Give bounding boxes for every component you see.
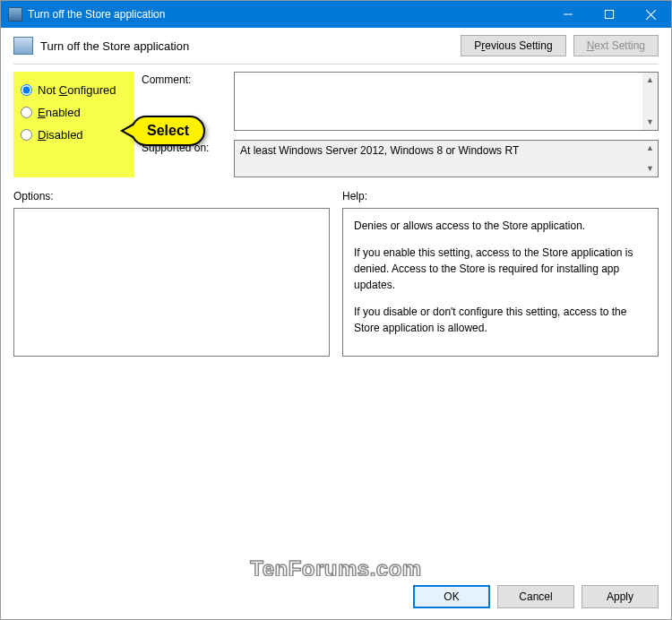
apply-button[interactable]: Apply (582, 585, 659, 608)
radio-enabled-input[interactable] (21, 107, 32, 118)
radio-not-configured[interactable]: Not Configured (17, 79, 131, 101)
lower-area: Options: Help: Denies or allows access t… (1, 177, 671, 357)
radio-disabled-input[interactable] (21, 129, 32, 141)
window-controls (547, 1, 671, 28)
policy-title: Turn off the Store application (40, 39, 453, 53)
help-panel: Denies or allows access to the Store app… (342, 208, 659, 357)
window-title: Turn off the Store application (28, 8, 547, 21)
upper-area: Not Configured Enabled Disabled Comment:… (1, 68, 671, 177)
help-paragraph: If you enable this setting, access to th… (354, 245, 647, 293)
divider (13, 64, 659, 65)
policy-icon (13, 37, 33, 55)
ok-button[interactable]: OK (413, 585, 490, 608)
help-label: Help: (342, 190, 659, 202)
maximize-button[interactable] (589, 1, 630, 28)
comment-textbox[interactable]: ▲▼ (234, 72, 659, 131)
help-paragraph: Denies or allows access to the Store app… (354, 218, 647, 234)
help-paragraph: If you disable or don't configure this s… (354, 304, 647, 336)
comment-row: Comment: ▲▼ (142, 72, 659, 131)
scroll-up-icon: ▲ (642, 141, 658, 156)
state-radio-group: Not Configured Enabled Disabled (13, 72, 134, 177)
options-panel (13, 208, 330, 357)
comment-scroll[interactable]: ▲▼ (642, 73, 658, 130)
close-button[interactable] (630, 1, 671, 28)
supported-row: Supported on: At least Windows Server 20… (142, 140, 659, 177)
scroll-down-icon[interactable]: ▼ (642, 115, 658, 130)
options-column: Options: (13, 190, 330, 357)
help-column: Help: Denies or allows access to the Sto… (342, 190, 659, 357)
radio-enabled[interactable]: Enabled (17, 101, 131, 124)
toolbar: Turn off the Store application Previous … (1, 28, 671, 60)
previous-setting-button[interactable]: Previous Setting (461, 35, 565, 56)
footer: OK Cancel Apply (1, 576, 671, 619)
svg-rect-1 (606, 11, 614, 19)
window-icon (8, 7, 22, 22)
radio-disabled[interactable]: Disabled (17, 124, 131, 146)
annotation-bubble: Select (131, 116, 205, 146)
annotation-callout: Select (131, 116, 205, 146)
scroll-up-icon[interactable]: ▲ (642, 73, 658, 88)
supported-scroll: ▲▼ (642, 141, 658, 177)
supported-value: At least Windows Server 2012, Windows 8 … (240, 144, 519, 157)
supported-textbox: At least Windows Server 2012, Windows 8 … (234, 140, 659, 177)
scroll-down-icon: ▼ (642, 161, 658, 177)
next-setting-button[interactable]: Next Setting (573, 35, 659, 56)
minimize-button[interactable] (547, 1, 589, 28)
cancel-button[interactable]: Cancel (497, 585, 574, 608)
fields-area: Comment: ▲▼ Supported on: At least Windo… (142, 72, 659, 177)
options-label: Options: (13, 190, 330, 202)
titlebar: Turn off the Store application (1, 1, 671, 28)
radio-not-configured-input[interactable] (21, 84, 32, 96)
